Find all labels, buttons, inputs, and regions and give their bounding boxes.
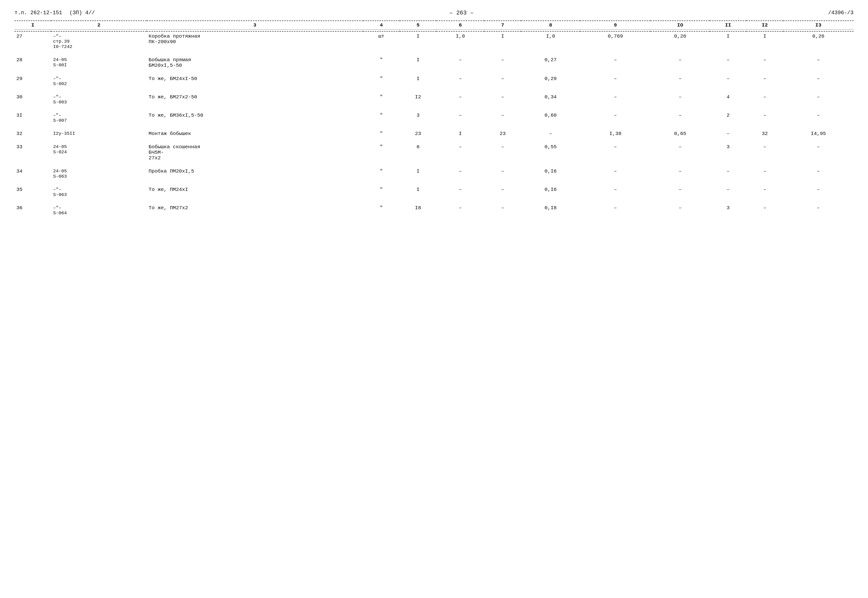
cell-col-13: – — [783, 92, 853, 107]
cell-col-4: " — [363, 185, 400, 199]
col-header-11: II — [710, 21, 746, 30]
table-row: 35–"– S-063То же, ПМ24хI"I––0,I6––––– — [15, 185, 853, 199]
table-row: 29–"– S-002То же, БМ24хI-50"I––0,29––––– — [15, 74, 853, 88]
cell-col-9: – — [580, 111, 650, 125]
cell-col-10: – — [650, 167, 710, 181]
cell-col-12: – — [746, 111, 783, 125]
cell-col-3: То же, БМ27х2-50 — [147, 92, 363, 107]
row-spacer — [15, 88, 853, 92]
cell-col-9: – — [580, 203, 650, 218]
cell-col-8: 0,I6 — [521, 167, 580, 181]
cell-col-13: – — [783, 167, 853, 181]
cell-col-3: То же, БМ36хI,5-50 — [147, 111, 363, 125]
col-header-3: 3 — [147, 21, 363, 30]
cell-col-2: –"– стр.39 I0-7242 — [51, 31, 146, 51]
table-row: 32I2у-35IIМонтаж бобышек"23I23–I,380,65–… — [15, 129, 853, 138]
cell-col-4: " — [363, 129, 400, 138]
cell-col-13: – — [783, 185, 853, 199]
cell-col-5: 23 — [400, 129, 436, 138]
cell-col-2: –"– S-003 — [51, 92, 146, 107]
cell-col-5: I2 — [400, 92, 436, 107]
cell-col-8: 0,55 — [521, 142, 580, 163]
cell-col-9: – — [580, 185, 650, 199]
cell-col-2: 24-05 S-063 — [51, 167, 146, 181]
cell-col-3: То же, БМ24хI-50 — [147, 74, 363, 88]
cell-col-11: – — [710, 55, 746, 70]
cell-col-3: Коробка протяжная ПК-200х90 — [147, 31, 363, 51]
header-label: т.п. 262-12-151 — [15, 10, 62, 16]
cell-col-10: 0,26 — [650, 31, 710, 51]
row-spacer — [15, 138, 853, 142]
cell-col-13: – — [783, 203, 853, 218]
cell-col-10: – — [650, 142, 710, 163]
cell-col-6: – — [436, 55, 484, 70]
cell-col-7: 23 — [484, 129, 521, 138]
cell-col-5: I8 — [400, 203, 436, 218]
cell-col-13: I4,95 — [783, 129, 853, 138]
row-spacer — [15, 163, 853, 167]
cell-col-1: 35 — [15, 185, 51, 199]
cell-col-1: 3I — [15, 111, 51, 125]
cell-col-13: 0,26 — [783, 31, 853, 51]
cell-col-4: " — [363, 111, 400, 125]
cell-col-5: I — [400, 31, 436, 51]
cell-col-4: " — [363, 55, 400, 70]
cell-col-5: I — [400, 74, 436, 88]
cell-col-11: 4 — [710, 92, 746, 107]
table-row: 3324-05 S-024Бобышка скошенная БЧ5М- 27х… — [15, 142, 853, 163]
cell-col-8: I,0 — [521, 31, 580, 51]
cell-col-1: 34 — [15, 167, 51, 181]
cell-col-1: 27 — [15, 31, 51, 51]
col-header-9: 9 — [580, 21, 650, 30]
cell-col-11: – — [710, 74, 746, 88]
cell-col-13: – — [783, 55, 853, 70]
cell-col-12: I — [746, 31, 783, 51]
cell-col-1: 33 — [15, 142, 51, 163]
cell-col-10: – — [650, 55, 710, 70]
cell-col-6: – — [436, 74, 484, 88]
cell-col-5: I — [400, 185, 436, 199]
cell-col-9: – — [580, 167, 650, 181]
cell-col-9: 0,769 — [580, 31, 650, 51]
cell-col-2: 24-05 S-00I — [51, 55, 146, 70]
cell-col-13: – — [783, 111, 853, 125]
col-header-2: 2 — [51, 21, 146, 30]
page-header: т.п. 262-12-151 (ЗП) 4// – 263 – /4396-/… — [15, 10, 853, 16]
cell-col-8: 0,60 — [521, 111, 580, 125]
table-row: 2824-05 S-00IБобышка прямая БМ20хI,5-50"… — [15, 55, 853, 70]
cell-col-7: – — [484, 203, 521, 218]
cell-col-12: – — [746, 185, 783, 199]
cell-col-5: I — [400, 55, 436, 70]
cell-col-3: Бобышка прямая БМ20хI,5-50 — [147, 55, 363, 70]
col-header-4: 4 — [363, 21, 400, 30]
cell-col-2: –"– S-063 — [51, 185, 146, 199]
cell-col-5: 6 — [400, 142, 436, 163]
col-header-7: 7 — [484, 21, 521, 30]
cell-col-6: I — [436, 129, 484, 138]
cell-col-12: – — [746, 74, 783, 88]
col-header-13: I3 — [783, 21, 853, 30]
cell-col-10: – — [650, 74, 710, 88]
cell-col-6: – — [436, 167, 484, 181]
cell-col-8: 0,27 — [521, 55, 580, 70]
cell-col-7: – — [484, 55, 521, 70]
cell-col-12: – — [746, 203, 783, 218]
cell-col-10: 0,65 — [650, 129, 710, 138]
cell-col-9: – — [580, 92, 650, 107]
cell-col-12: 32 — [746, 129, 783, 138]
header-divider-row — [15, 30, 853, 31]
header-left: т.п. 262-12-151 (ЗП) 4// — [15, 10, 95, 16]
cell-col-11: – — [710, 167, 746, 181]
cell-col-5: I — [400, 167, 436, 181]
cell-col-1: 28 — [15, 55, 51, 70]
cell-col-12: – — [746, 55, 783, 70]
cell-col-7: – — [484, 111, 521, 125]
cell-col-6: – — [436, 142, 484, 163]
cell-col-4: " — [363, 74, 400, 88]
cell-col-4: " — [363, 167, 400, 181]
row-spacer — [15, 51, 853, 55]
cell-col-13: – — [783, 74, 853, 88]
cell-col-8: 0,I6 — [521, 185, 580, 199]
table-row: 27–"– стр.39 I0-7242Коробка протяжная ПК… — [15, 31, 853, 51]
table-row: 3I–"– S-007То же, БМ36хI,5-50"3––0,60––2… — [15, 111, 853, 125]
